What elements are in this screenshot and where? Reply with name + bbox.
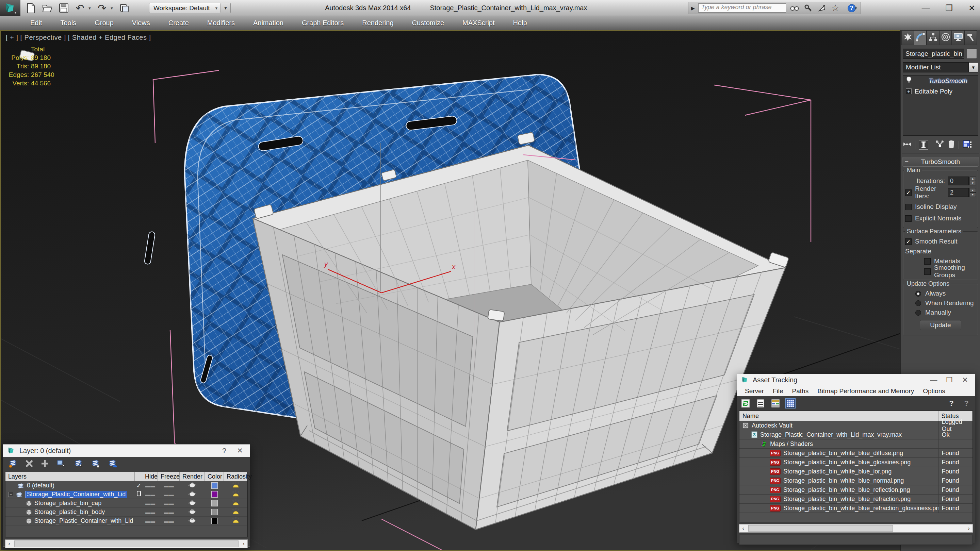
layer-column-Freeze[interactable]: Freeze xyxy=(158,472,180,481)
update-option-always[interactable]: Always xyxy=(915,289,976,298)
layer-color-swatch[interactable] xyxy=(205,482,224,489)
scrollbar-thumb[interactable] xyxy=(14,540,239,547)
materials-checkbox[interactable] xyxy=(924,258,931,265)
dialog-help-button[interactable]: ? xyxy=(218,446,230,455)
layer-freeze-toggle[interactable]: ▬▬ xyxy=(158,510,180,515)
layer-row[interactable]: 0 (default)✓▬▬▬▬ xyxy=(5,481,247,490)
asset-menu-paths[interactable]: Paths xyxy=(788,387,813,395)
layer-column-current[interactable] xyxy=(135,472,142,481)
stack-item-editable-poly[interactable]: +Editable Poly xyxy=(903,86,978,97)
radio-icon[interactable] xyxy=(915,310,921,316)
object-name-field[interactable]: Storage_plastic_bin_cap xyxy=(903,49,964,59)
asset-row[interactable]: PNGStorage_plastic_bin_white_blue_refrac… xyxy=(740,504,972,513)
layer-name-cell[interactable]: Storage_plastic_bin_body xyxy=(5,508,135,516)
asset-menu-bitmap-performance-and-memory[interactable]: Bitmap Performance and Memory xyxy=(813,387,918,395)
close-button[interactable]: ✕ xyxy=(959,376,971,384)
show-end-result-icon[interactable] xyxy=(919,140,928,150)
layer-row[interactable]: Storage_Plastic_Container_with_Lid▬▬▬▬ xyxy=(5,517,247,526)
make-unique-icon[interactable] xyxy=(935,140,944,150)
bulb-icon[interactable] xyxy=(906,76,912,86)
layer-render-toggle[interactable] xyxy=(180,508,205,516)
menu-item-animation[interactable]: Animation xyxy=(244,19,293,27)
layer-render-toggle[interactable] xyxy=(180,517,205,525)
tab-utilities[interactable] xyxy=(964,30,977,45)
object-color-swatch[interactable] xyxy=(967,49,977,59)
render-iters-spinner[interactable]: ▲▼ xyxy=(969,188,976,197)
layer-render-toggle[interactable] xyxy=(180,499,205,507)
layer-radiosity-toggle[interactable] xyxy=(224,517,247,525)
asset-name-cell[interactable]: PNGStorage_plastic_bin_white_blue_normal… xyxy=(740,477,939,484)
layer-current-cell[interactable]: ✓ xyxy=(135,482,143,489)
scroll-left-icon[interactable]: ‹ xyxy=(740,525,747,532)
app-logo-button[interactable] xyxy=(0,0,21,16)
minimize-button[interactable]: — xyxy=(921,3,930,13)
asset-row[interactable]: PNGStorage_plastic_bin_white_blue_normal… xyxy=(740,476,972,485)
minimize-button[interactable]: — xyxy=(928,376,940,384)
asset-row[interactable]: PNGStorage_plastic_bin_white_blue_refrac… xyxy=(740,495,972,504)
asset-name-cell[interactable]: PNGStorage_plastic_bin_white_blue_diffus… xyxy=(740,449,939,457)
update-button[interactable]: Update xyxy=(920,320,961,330)
menu-item-group[interactable]: Group xyxy=(86,19,123,27)
maximize-button[interactable]: ❐ xyxy=(943,376,955,384)
layer-hide-toggle[interactable]: ▬▬ xyxy=(143,483,158,488)
tab-display[interactable] xyxy=(952,30,964,45)
layer-radiosity-toggle[interactable] xyxy=(224,508,247,516)
layer-freeze-toggle[interactable]: ▬▬ xyxy=(158,483,180,488)
layer-current-cell[interactable] xyxy=(135,491,143,498)
layer-color-swatch[interactable] xyxy=(205,518,224,524)
list-view-icon[interactable] xyxy=(756,398,765,408)
remove-modifier-icon[interactable] xyxy=(948,140,955,150)
layer-radiosity-toggle[interactable] xyxy=(224,481,247,490)
tab-hierarchy[interactable] xyxy=(927,30,939,45)
new-layer-icon[interactable] xyxy=(8,459,18,470)
layer-column-Radiosity[interactable]: Radiosity xyxy=(224,472,247,481)
asset-row[interactable]: Maps / Shaders xyxy=(740,440,972,449)
asset-name-cell[interactable]: Autodesk Vault xyxy=(740,422,939,429)
radio-icon[interactable] xyxy=(915,291,921,297)
layer-column-Layers[interactable]: Layers xyxy=(5,472,135,481)
layer-column-Color[interactable]: Color xyxy=(205,472,224,481)
menu-item-modifiers[interactable]: Modifiers xyxy=(198,19,244,27)
layer-name-cell[interactable]: Storage_plastic_bin_cap xyxy=(5,500,135,507)
menu-item-customize[interactable]: Customize xyxy=(403,19,453,27)
iterations-spinner[interactable]: ▲▼ xyxy=(969,176,976,185)
layer-column-Hide[interactable]: Hide xyxy=(142,472,158,481)
project-folder-icon[interactable] xyxy=(118,2,130,14)
layer-name-cell[interactable]: Storage_Plastic_Container_with_Lid xyxy=(5,517,135,524)
asset-name-cell[interactable]: PNGStorage_plastic_bin_white_blue_ior.pn… xyxy=(740,468,939,475)
layer-row[interactable]: Storage_plastic_bin_cap▬▬▬▬ xyxy=(5,499,247,508)
asset-column-name[interactable]: Name xyxy=(740,411,939,421)
menu-item-rendering[interactable]: Rendering xyxy=(353,19,402,27)
layer-hide-toggle[interactable]: ▬▬ xyxy=(143,492,158,497)
scrollbar-thumb[interactable] xyxy=(748,525,893,532)
select-objects-in-layer-icon[interactable] xyxy=(56,459,66,470)
layer-color-swatch[interactable] xyxy=(205,509,224,515)
render-iters-checkbox[interactable]: ✓ xyxy=(905,189,912,196)
layer-dialog-titlebar[interactable]: Layer: 0 (default) ? ✕ xyxy=(3,445,250,457)
tab-create[interactable] xyxy=(901,30,914,45)
radio-icon[interactable] xyxy=(915,300,921,306)
menu-item-help[interactable]: Help xyxy=(504,19,536,27)
asset-menu-options[interactable]: Options xyxy=(918,387,950,395)
context-help-icon[interactable]: ? xyxy=(961,398,972,408)
tab-motion[interactable] xyxy=(939,30,952,45)
help-button[interactable]: ? ▼ xyxy=(848,4,858,12)
layer-properties-icon[interactable] xyxy=(107,459,118,470)
layer-row[interactable]: −Storage_Plastic_Container_with_Lid▬▬▬▬ xyxy=(5,490,247,499)
search-icon[interactable] xyxy=(789,3,800,13)
layer-freeze-toggle[interactable]: ▬▬ xyxy=(158,492,180,497)
details-view-icon[interactable] xyxy=(770,398,781,408)
render-iters-field[interactable]: 2 xyxy=(948,188,969,197)
undo-dropdown-icon[interactable]: ▼ xyxy=(88,6,92,10)
layer-color-swatch[interactable] xyxy=(205,491,224,498)
layer-horizontal-scrollbar[interactable]: ‹ › xyxy=(5,540,248,548)
asset-row[interactable]: PNGStorage_plastic_bin_white_blue_diffus… xyxy=(740,449,972,458)
communication-center-icon[interactable] xyxy=(817,3,827,13)
asset-name-cell[interactable]: PNGStorage_plastic_bin_white_blue_refrac… xyxy=(740,505,939,512)
modifier-list-dropdown[interactable]: Modifier List ▼ xyxy=(903,62,978,73)
asset-dialog-titlebar[interactable]: Asset Tracking — ❐ ✕ xyxy=(737,374,975,386)
delete-layer-icon[interactable] xyxy=(25,459,34,469)
stack-item-turbosmooth[interactable]: TurboSmooth xyxy=(903,76,978,86)
iterations-field[interactable]: 0 xyxy=(948,176,969,185)
scroll-right-icon[interactable]: › xyxy=(240,540,247,547)
